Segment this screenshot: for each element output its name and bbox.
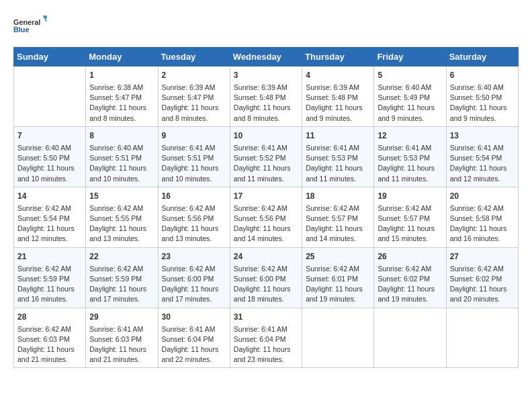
- calendar-header: SundayMondayTuesdayWednesdayThursdayFrid…: [14, 48, 519, 66]
- day-cell: 1Sunrise: 6:38 AMSunset: 5:47 PMDaylight…: [86, 66, 158, 127]
- day-cell: 8Sunrise: 6:40 AMSunset: 5:51 PMDaylight…: [86, 126, 158, 187]
- day-number: 22: [89, 250, 154, 263]
- day-info: Sunrise: 6:42 AMSunset: 5:54 PMDaylight:…: [17, 203, 82, 244]
- day-info: Sunrise: 6:42 AMSunset: 5:59 PMDaylight:…: [89, 264, 154, 305]
- day-cell: 16Sunrise: 6:42 AMSunset: 5:56 PMDayligh…: [158, 187, 230, 247]
- day-cell: 19Sunrise: 6:42 AMSunset: 5:57 PMDayligh…: [374, 187, 446, 247]
- day-cell: 11Sunrise: 6:41 AMSunset: 5:53 PMDayligh…: [302, 126, 374, 187]
- day-info: Sunrise: 6:41 AMSunset: 5:54 PMDaylight:…: [450, 143, 515, 184]
- svg-text:Blue: Blue: [13, 26, 29, 34]
- day-cell: 3Sunrise: 6:39 AMSunset: 5:48 PMDaylight…: [230, 66, 302, 127]
- day-cell: [446, 308, 518, 368]
- day-cell: 26Sunrise: 6:42 AMSunset: 6:02 PMDayligh…: [374, 247, 446, 308]
- column-header-saturday: Saturday: [446, 48, 518, 66]
- day-number: 26: [378, 250, 442, 263]
- day-number: 23: [162, 250, 226, 263]
- week-row-3: 14Sunrise: 6:42 AMSunset: 5:54 PMDayligh…: [14, 187, 519, 247]
- day-number: 28: [17, 311, 82, 323]
- week-row-1: 1Sunrise: 6:38 AMSunset: 5:47 PMDaylight…: [14, 66, 519, 127]
- day-cell: 30Sunrise: 6:41 AMSunset: 6:04 PMDayligh…: [158, 308, 230, 368]
- day-number: 10: [234, 130, 298, 142]
- calendar-table: SundayMondayTuesdayWednesdayThursdayFrid…: [13, 47, 519, 368]
- day-cell: 24Sunrise: 6:42 AMSunset: 6:00 PMDayligh…: [230, 247, 302, 308]
- day-cell: 5Sunrise: 6:40 AMSunset: 5:49 PMDaylight…: [374, 66, 446, 127]
- logo: General Blue: [13, 13, 47, 40]
- day-number: 30: [162, 311, 226, 323]
- column-header-sunday: Sunday: [14, 48, 86, 66]
- day-number: 13: [450, 130, 515, 142]
- day-number: 14: [17, 190, 82, 202]
- day-number: 5: [378, 69, 442, 81]
- day-cell: 13Sunrise: 6:41 AMSunset: 5:54 PMDayligh…: [446, 126, 518, 187]
- day-info: Sunrise: 6:40 AMSunset: 5:50 PMDaylight:…: [450, 83, 515, 124]
- day-info: Sunrise: 6:41 AMSunset: 5:51 PMDaylight:…: [162, 143, 226, 184]
- day-number: 31: [234, 311, 298, 323]
- week-row-2: 7Sunrise: 6:40 AMSunset: 5:50 PMDaylight…: [14, 126, 519, 187]
- day-info: Sunrise: 6:40 AMSunset: 5:50 PMDaylight:…: [17, 143, 82, 184]
- day-info: Sunrise: 6:41 AMSunset: 6:03 PMDaylight:…: [89, 324, 154, 365]
- day-info: Sunrise: 6:41 AMSunset: 6:04 PMDaylight:…: [234, 324, 298, 365]
- svg-marker-3: [42, 15, 47, 20]
- column-header-thursday: Thursday: [302, 48, 374, 66]
- day-info: Sunrise: 6:42 AMSunset: 6:02 PMDaylight:…: [378, 264, 442, 305]
- day-cell: 6Sunrise: 6:40 AMSunset: 5:50 PMDaylight…: [446, 66, 518, 127]
- day-info: Sunrise: 6:38 AMSunset: 5:47 PMDaylight:…: [89, 83, 154, 124]
- day-number: 2: [162, 69, 226, 81]
- day-info: Sunrise: 6:42 AMSunset: 6:00 PMDaylight:…: [234, 264, 298, 305]
- day-cell: 22Sunrise: 6:42 AMSunset: 5:59 PMDayligh…: [86, 247, 158, 308]
- day-info: Sunrise: 6:42 AMSunset: 5:56 PMDaylight:…: [234, 203, 298, 244]
- day-number: 15: [89, 190, 154, 202]
- day-info: Sunrise: 6:41 AMSunset: 5:53 PMDaylight:…: [306, 143, 370, 184]
- day-cell: 10Sunrise: 6:41 AMSunset: 5:52 PMDayligh…: [230, 126, 302, 187]
- day-info: Sunrise: 6:40 AMSunset: 5:51 PMDaylight:…: [89, 143, 154, 184]
- day-cell: 23Sunrise: 6:42 AMSunset: 6:00 PMDayligh…: [158, 247, 230, 308]
- day-info: Sunrise: 6:42 AMSunset: 5:55 PMDaylight:…: [89, 203, 154, 244]
- day-info: Sunrise: 6:42 AMSunset: 5:59 PMDaylight:…: [17, 264, 82, 305]
- day-number: 20: [450, 190, 515, 202]
- day-number: 24: [234, 250, 298, 263]
- column-header-tuesday: Tuesday: [158, 48, 230, 66]
- day-info: Sunrise: 6:42 AMSunset: 5:58 PMDaylight:…: [450, 203, 515, 244]
- day-info: Sunrise: 6:41 AMSunset: 5:52 PMDaylight:…: [234, 143, 298, 184]
- day-cell: 18Sunrise: 6:42 AMSunset: 5:57 PMDayligh…: [302, 187, 374, 247]
- week-row-4: 21Sunrise: 6:42 AMSunset: 5:59 PMDayligh…: [14, 247, 519, 308]
- day-cell: 25Sunrise: 6:42 AMSunset: 6:01 PMDayligh…: [302, 247, 374, 308]
- day-info: Sunrise: 6:42 AMSunset: 6:03 PMDaylight:…: [17, 324, 82, 365]
- day-number: 18: [306, 190, 370, 202]
- day-info: Sunrise: 6:39 AMSunset: 5:47 PMDaylight:…: [162, 83, 226, 124]
- day-cell: 28Sunrise: 6:42 AMSunset: 6:03 PMDayligh…: [14, 308, 86, 368]
- day-number: 9: [162, 130, 226, 142]
- day-info: Sunrise: 6:42 AMSunset: 6:02 PMDaylight:…: [450, 264, 515, 305]
- day-cell: 9Sunrise: 6:41 AMSunset: 5:51 PMDaylight…: [158, 126, 230, 187]
- day-number: 3: [234, 69, 298, 81]
- day-number: 11: [306, 130, 370, 142]
- day-info: Sunrise: 6:39 AMSunset: 5:48 PMDaylight:…: [234, 83, 298, 124]
- day-number: 27: [450, 250, 515, 263]
- day-number: 7: [17, 130, 82, 142]
- day-info: Sunrise: 6:42 AMSunset: 5:57 PMDaylight:…: [378, 203, 442, 244]
- logo-svg: General Blue: [13, 13, 47, 40]
- day-cell: 21Sunrise: 6:42 AMSunset: 5:59 PMDayligh…: [14, 247, 86, 308]
- day-cell: [374, 308, 446, 368]
- day-info: Sunrise: 6:42 AMSunset: 6:00 PMDaylight:…: [162, 264, 226, 305]
- day-cell: 20Sunrise: 6:42 AMSunset: 5:58 PMDayligh…: [446, 187, 518, 247]
- day-info: Sunrise: 6:42 AMSunset: 6:01 PMDaylight:…: [306, 264, 370, 305]
- day-number: 25: [306, 250, 370, 263]
- day-cell: 7Sunrise: 6:40 AMSunset: 5:50 PMDaylight…: [14, 126, 86, 187]
- day-cell: 14Sunrise: 6:42 AMSunset: 5:54 PMDayligh…: [14, 187, 86, 247]
- day-cell: 27Sunrise: 6:42 AMSunset: 6:02 PMDayligh…: [446, 247, 518, 308]
- svg-text:General: General: [13, 18, 40, 26]
- day-info: Sunrise: 6:42 AMSunset: 5:57 PMDaylight:…: [306, 203, 370, 244]
- day-cell: 4Sunrise: 6:39 AMSunset: 5:48 PMDaylight…: [302, 66, 374, 127]
- day-number: 19: [378, 190, 442, 202]
- day-number: 1: [89, 69, 154, 81]
- day-cell: 12Sunrise: 6:41 AMSunset: 5:53 PMDayligh…: [374, 126, 446, 187]
- day-info: Sunrise: 6:39 AMSunset: 5:48 PMDaylight:…: [306, 83, 370, 124]
- day-number: 29: [89, 311, 154, 323]
- day-info: Sunrise: 6:40 AMSunset: 5:49 PMDaylight:…: [378, 83, 442, 124]
- week-row-5: 28Sunrise: 6:42 AMSunset: 6:03 PMDayligh…: [14, 308, 519, 368]
- day-cell: 29Sunrise: 6:41 AMSunset: 6:03 PMDayligh…: [86, 308, 158, 368]
- column-header-monday: Monday: [86, 48, 158, 66]
- day-number: 6: [450, 69, 515, 81]
- page-header: General Blue: [13, 13, 519, 40]
